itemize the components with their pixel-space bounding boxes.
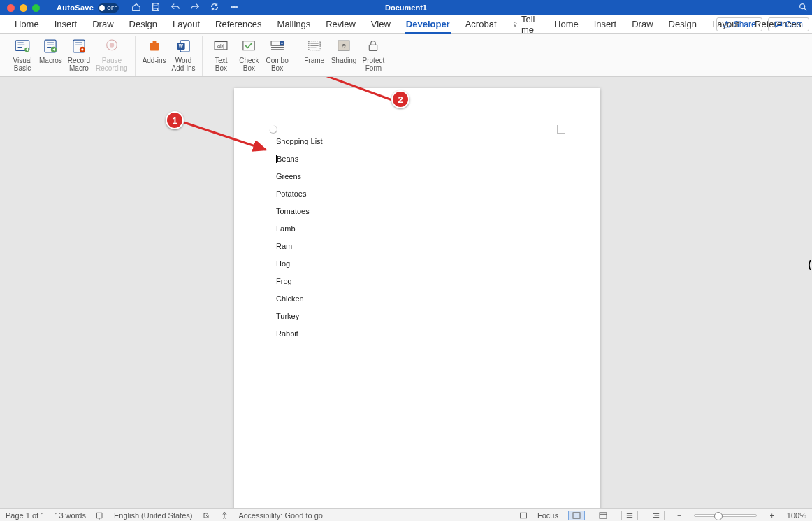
- spellcheck-icon[interactable]: [96, 511, 104, 520]
- list-item[interactable]: Beans: [276, 150, 323, 168]
- addins-button[interactable]: Add-ins: [141, 36, 168, 76]
- document-title-line[interactable]: Shopping List: [276, 133, 323, 150]
- zoom-slider[interactable]: [694, 514, 757, 517]
- tab-insert[interactable]: Insert: [47, 15, 85, 33]
- focus-icon: [519, 511, 528, 520]
- frame-button[interactable]: Frame: [302, 36, 327, 76]
- svg-rect-26: [370, 45, 377, 50]
- combo-box-button[interactable]: ComboBox: [264, 36, 289, 76]
- shading-button[interactable]: a Shading: [330, 36, 358, 76]
- list-item[interactable]: Rabbit: [276, 325, 323, 343]
- tab-insert[interactable]: Insert: [586, 15, 625, 33]
- tab-layout[interactable]: Layout: [165, 15, 208, 33]
- autosave-state: OFF: [107, 6, 117, 10]
- tab-draw[interactable]: Draw: [624, 15, 660, 33]
- macros-button[interactable]: Macros: [38, 36, 64, 76]
- svg-point-3: [800, 4, 805, 9]
- list-item[interactable]: Hog: [276, 255, 323, 273]
- status-page[interactable]: Page 1 of 1: [6, 511, 45, 520]
- edge-cursor-icon: (: [808, 259, 811, 270]
- tab-design[interactable]: Design: [122, 15, 165, 33]
- visual-basic-button[interactable]: VisualBasic: [10, 36, 35, 76]
- autosave-switch-icon[interactable]: OFF: [98, 3, 119, 13]
- status-accessibility[interactable]: Accessibility: Good to go: [238, 511, 322, 520]
- record-macro-button[interactable]: RecordMacro: [66, 36, 92, 76]
- ribbon-group-addins: Add-ins W WordAdd-ins: [136, 36, 203, 76]
- comment-icon: [774, 20, 783, 29]
- list-item[interactable]: Lamb: [276, 220, 323, 238]
- text-box-button[interactable]: ab| TextBox: [208, 36, 233, 76]
- frame-icon: [305, 36, 324, 56]
- svg-rect-20: [243, 41, 254, 50]
- document-content[interactable]: Shopping List BeansGreensPotatoesTomatoe…: [276, 133, 323, 343]
- check-box-button[interactable]: CheckBox: [236, 36, 261, 76]
- visual-basic-label: VisualBasic: [13, 57, 31, 72]
- sync-icon[interactable]: [210, 2, 219, 13]
- list-item[interactable]: Chicken: [276, 290, 323, 308]
- save-icon[interactable]: [151, 2, 161, 13]
- web-layout-view-button[interactable]: [595, 511, 611, 520]
- workspace[interactable]: Shopping List BeansGreensPotatoesTomatoe…: [0, 77, 812, 508]
- protect-form-icon: [364, 36, 382, 56]
- zoom-in-button[interactable]: +: [767, 511, 776, 520]
- tab-home[interactable]: Home: [7, 15, 47, 33]
- tab-draw[interactable]: Draw: [85, 15, 121, 33]
- track-changes-icon[interactable]: [202, 511, 210, 520]
- tab-view[interactable]: View: [363, 15, 398, 33]
- zoom-level[interactable]: 100%: [787, 511, 806, 520]
- print-layout-view-button[interactable]: [568, 511, 585, 520]
- tab-references[interactable]: References: [208, 15, 269, 33]
- tab-home[interactable]: Home: [546, 15, 586, 33]
- document-title: Document1: [385, 3, 427, 12]
- svg-rect-29: [573, 512, 580, 518]
- status-bar: Page 1 of 1 13 words English (United Sta…: [0, 508, 812, 521]
- home-icon[interactable]: [131, 2, 141, 13]
- record-macro-label: RecordMacro: [68, 57, 90, 72]
- title-bar: AutoSave OFF Document1: [0, 0, 812, 15]
- minimize-window-icon[interactable]: [20, 4, 27, 12]
- tell-me-label: Tell me: [521, 14, 539, 35]
- zoom-window-icon[interactable]: [32, 4, 40, 12]
- tab-design[interactable]: Design: [661, 15, 704, 33]
- comments-button[interactable]: Com: [768, 17, 809, 31]
- visual-basic-icon: [13, 36, 31, 56]
- word-addins-button[interactable]: W WordAdd-ins: [171, 36, 197, 76]
- addins-label: Add-ins: [143, 57, 166, 64]
- tell-me[interactable]: Tell me: [505, 15, 547, 33]
- accessibility-icon[interactable]: [220, 511, 229, 520]
- outline-view-button[interactable]: [621, 511, 638, 520]
- window-controls[interactable]: [7, 4, 40, 12]
- text-box-label: TextBox: [215, 57, 227, 72]
- list-item[interactable]: Frog: [276, 273, 323, 290]
- text-cursor-icon: [276, 155, 277, 163]
- combo-box-label: ComboBox: [266, 57, 288, 72]
- list-item[interactable]: Greens: [276, 168, 323, 185]
- share-button[interactable]: Share: [716, 17, 762, 31]
- tab-developer[interactable]: Developer: [398, 15, 458, 33]
- list-item[interactable]: Tomatoes: [276, 203, 323, 220]
- close-window-icon[interactable]: [7, 4, 15, 12]
- list-item[interactable]: Ram: [276, 238, 323, 255]
- tab-acrobat[interactable]: Acrobat: [458, 15, 505, 33]
- tab-mailings[interactable]: Mailings: [270, 15, 319, 33]
- svg-text:a: a: [342, 41, 346, 50]
- title-search-icon[interactable]: [798, 2, 808, 13]
- undo-icon[interactable]: [171, 2, 180, 13]
- tab-review[interactable]: Review: [318, 15, 363, 33]
- zoom-out-button[interactable]: −: [674, 511, 684, 520]
- status-focus[interactable]: Focus: [537, 511, 558, 520]
- status-language[interactable]: English (United States): [114, 511, 193, 520]
- draft-view-button[interactable]: [648, 511, 665, 520]
- list-item[interactable]: Potatoes: [276, 185, 323, 203]
- autosave-toggle[interactable]: AutoSave OFF: [57, 3, 119, 13]
- combo-box-icon: [268, 36, 287, 56]
- ribbon-tabs: HomeInsertDrawDesignLayoutReferencesMail…: [0, 15, 812, 34]
- protect-form-button[interactable]: ProtectForm: [361, 36, 386, 76]
- redo-icon[interactable]: [190, 2, 200, 13]
- document-page[interactable]: Shopping List BeansGreensPotatoesTomatoe…: [234, 88, 600, 508]
- status-word-count[interactable]: 13 words: [55, 511, 86, 520]
- list-item[interactable]: Turkey: [276, 308, 323, 325]
- ribbon-group-code: VisualBasic Macros RecordMacro PauseReco…: [4, 36, 136, 76]
- more-icon[interactable]: [229, 2, 239, 13]
- svg-point-27: [224, 512, 226, 514]
